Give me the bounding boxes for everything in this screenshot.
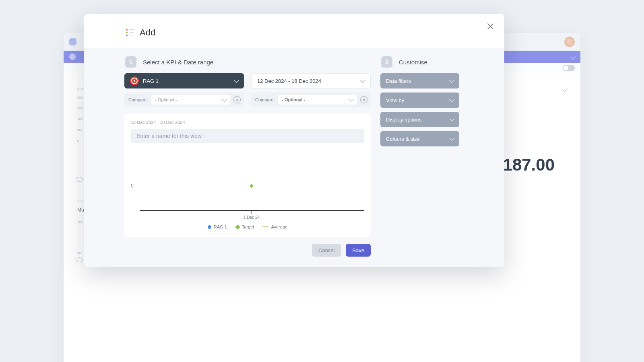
legend-item: Target bbox=[236, 224, 254, 229]
chevron-down-icon bbox=[449, 116, 454, 121]
chevron-down-icon bbox=[222, 97, 227, 102]
close-icon bbox=[236, 99, 239, 101]
gear-icon bbox=[69, 53, 76, 60]
modal-header: Add bbox=[84, 26, 504, 45]
step-1-badge: 1 bbox=[125, 56, 136, 68]
preview-card: 12 Dec 2024 - 18 Dec 2024 0 1 Dec 24 bbox=[124, 113, 371, 237]
kpi-select-value: RAG 1 bbox=[143, 78, 159, 84]
close-button[interactable] bbox=[485, 21, 495, 31]
legend-marker-diamond bbox=[235, 224, 240, 230]
date-range-select[interactable]: 12 Dec 2024 - 18 Dec 2024 bbox=[251, 73, 371, 88]
legend-item: RAG 1 bbox=[208, 224, 227, 229]
bg-toggle bbox=[563, 65, 575, 71]
legend-marker-line bbox=[263, 226, 268, 227]
y-tick-label: 0 bbox=[131, 183, 134, 189]
chart-x-axis bbox=[140, 210, 364, 211]
cancel-button[interactable]: Cancel bbox=[312, 244, 341, 257]
clear-compare-date-button[interactable] bbox=[360, 96, 367, 103]
chart-legend: RAG 1 Target Average bbox=[131, 224, 364, 229]
eye-icon bbox=[76, 177, 83, 182]
bg-logo bbox=[69, 38, 76, 45]
accordion-view-by[interactable]: View by bbox=[380, 93, 459, 108]
compare-date-value: - Optional - bbox=[282, 97, 305, 102]
eye-icon bbox=[76, 257, 83, 262]
view-name-input[interactable] bbox=[131, 129, 364, 143]
step-1-panel: 1 Select a KPI & Date range RAG 1 Compar… bbox=[124, 52, 371, 257]
kpi-select[interactable]: RAG 1 bbox=[124, 73, 244, 88]
compare-label: Compare: bbox=[128, 97, 148, 102]
chevron-down-icon bbox=[449, 78, 454, 83]
save-button[interactable]: Save bbox=[346, 244, 371, 257]
step-1-label: Select a KPI & Date range bbox=[143, 59, 213, 66]
accordion-display-options[interactable]: Display options bbox=[380, 112, 459, 127]
step-2-badge: 2 bbox=[381, 56, 392, 68]
compare-date-select[interactable]: - Optional - bbox=[278, 95, 357, 105]
add-modal: Add 1 Select a KPI & Date range RAG 1 bbox=[84, 14, 504, 267]
preview-date-label: 12 Dec 2024 - 18 Dec 2024 bbox=[131, 120, 364, 125]
target-icon bbox=[130, 76, 139, 85]
accordion-colours-size[interactable]: Colours & size bbox=[380, 131, 459, 146]
compare-kpi-select[interactable]: - Optional - bbox=[151, 95, 230, 105]
chevron-down-icon bbox=[449, 136, 454, 141]
step-2-label: Customise bbox=[399, 59, 427, 66]
compare-label: Compare: bbox=[255, 97, 275, 102]
compare-kpi-value: - Optional - bbox=[155, 97, 177, 102]
chart-target-point bbox=[250, 184, 254, 188]
step-2-panel: 2 Customise Data filters View by Display… bbox=[380, 52, 459, 257]
legend-item: Average bbox=[263, 224, 287, 229]
chevron-down-icon bbox=[360, 78, 365, 83]
date-range-value: 12 Dec 2024 - 18 Dec 2024 bbox=[257, 78, 321, 84]
bg-avatar bbox=[564, 37, 575, 47]
list-icon bbox=[126, 29, 134, 36]
chevron-down-icon bbox=[234, 78, 239, 83]
close-icon bbox=[487, 23, 493, 29]
legend-marker-circle bbox=[208, 225, 211, 229]
preview-chart: 0 1 Dec 24 bbox=[131, 151, 364, 220]
close-icon bbox=[363, 99, 365, 101]
chevron-down-icon bbox=[349, 97, 354, 102]
chevron-down-icon bbox=[449, 97, 454, 102]
accordion-data-filters[interactable]: Data filters bbox=[380, 73, 459, 88]
chevron-down-icon bbox=[570, 54, 576, 60]
modal-title: Add bbox=[140, 27, 155, 38]
clear-compare-kpi-button[interactable] bbox=[233, 96, 241, 103]
chart-x-tick bbox=[252, 211, 252, 214]
x-tick-label: 1 Dec 24 bbox=[244, 215, 260, 220]
